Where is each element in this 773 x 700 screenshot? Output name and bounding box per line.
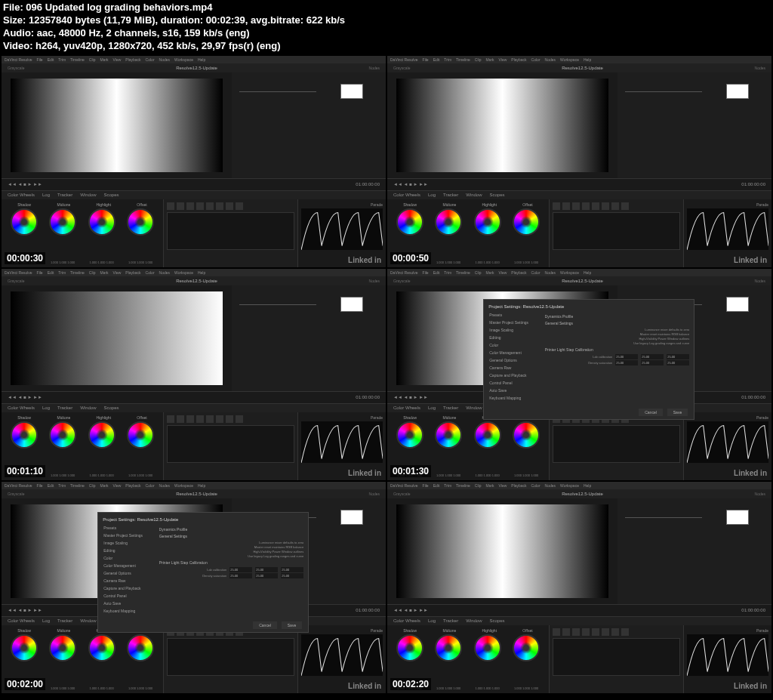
scope-type[interactable]: Parade (687, 628, 768, 633)
menu-item[interactable]: Mark (485, 483, 494, 488)
tool-icon[interactable] (206, 202, 214, 210)
tool-icon[interactable] (582, 202, 590, 210)
menu-item[interactable]: Timeline (70, 57, 85, 62)
dialog-sidebar-item[interactable]: Color (488, 342, 538, 348)
curves-editor[interactable] (167, 425, 294, 463)
menu-item[interactable]: Clip (475, 57, 482, 62)
color-wheel[interactable] (11, 208, 38, 236)
tool-icon[interactable] (602, 202, 609, 210)
node-editor[interactable] (617, 498, 771, 604)
dialog-sidebar-item[interactable]: Control Panel (488, 380, 538, 386)
menu-item[interactable]: Trim (444, 483, 451, 488)
nodes-label[interactable]: Nodes (755, 66, 765, 70)
menu-item[interactable]: Playback (511, 270, 526, 275)
menu-item[interactable]: Nodes (545, 483, 556, 488)
menu-item[interactable]: View (113, 270, 122, 275)
color-node[interactable] (726, 84, 749, 99)
playback-controls[interactable]: ◄◄ ◄ ■ ► ►► (393, 395, 428, 399)
menu-item[interactable]: Clip (475, 483, 482, 488)
menu-item[interactable]: File (423, 483, 429, 488)
panel-tab[interactable]: Scopes (490, 193, 505, 197)
tool-icon[interactable] (186, 415, 194, 423)
panel-tab[interactable]: Log (428, 406, 436, 410)
color-wheel[interactable] (435, 421, 462, 449)
menu-item[interactable]: Mark (100, 483, 108, 488)
tool-icon[interactable] (592, 202, 599, 210)
panel-tab[interactable]: Tracker (443, 618, 458, 623)
tool-icon[interactable] (167, 415, 174, 423)
panel-tab[interactable]: Color Wheels (393, 193, 420, 197)
panel-tab[interactable]: Color Wheels (8, 193, 35, 197)
dialog-sidebar-item[interactable]: Color Management (488, 350, 538, 356)
color-wheel[interactable] (513, 634, 540, 661)
color-wheel[interactable] (396, 208, 423, 236)
tool-icon[interactable] (236, 202, 243, 210)
color-wheel[interactable] (88, 634, 115, 661)
menu-item[interactable]: Edit (48, 57, 54, 62)
node-editor[interactable] (617, 72, 771, 178)
dialog-sidebar-item[interactable]: Presets (488, 312, 538, 318)
panel-tab[interactable]: Log (42, 406, 50, 410)
dialog-sidebar-item[interactable]: Color Management (103, 563, 152, 569)
menu-item[interactable]: Timeline (70, 270, 85, 275)
menu-item[interactable]: Color (146, 270, 155, 275)
panel-tab[interactable]: Color Wheels (393, 618, 420, 623)
tool-icon[interactable] (572, 202, 580, 210)
curves-editor[interactable] (167, 212, 294, 250)
tool-icon[interactable] (196, 202, 204, 210)
scope-type[interactable]: Parade (687, 202, 768, 207)
menu-item[interactable]: Playback (125, 483, 140, 488)
tool-icon[interactable] (186, 202, 194, 210)
panel-tab[interactable]: Scopes (104, 193, 119, 197)
menu-item[interactable]: View (499, 270, 507, 275)
menu-item[interactable]: Edit (48, 483, 54, 488)
menu-item[interactable]: Workspace (174, 270, 193, 275)
tool-icon[interactable] (236, 415, 243, 423)
dialog-sidebar-item[interactable]: Editing (103, 547, 152, 554)
dialog-sidebar-item[interactable]: Control Panel (103, 593, 152, 599)
viewer-panel[interactable] (2, 72, 232, 178)
menu-item[interactable]: View (113, 483, 122, 488)
dialog-sidebar-item[interactable]: Auto Save (103, 600, 152, 606)
nodes-label[interactable]: Nodes (755, 279, 765, 283)
tool-icon[interactable] (562, 202, 570, 210)
color-node[interactable] (340, 297, 363, 312)
color-wheel[interactable] (435, 634, 462, 661)
dialog-sidebar-item[interactable]: Image Scaling (488, 327, 538, 333)
menu-item[interactable]: Playback (511, 57, 526, 62)
curves-editor[interactable] (553, 212, 680, 250)
panel-tab[interactable]: Window (466, 193, 482, 197)
menu-item[interactable]: Trim (58, 483, 66, 488)
color-wheel[interactable] (49, 634, 76, 661)
scope-type[interactable]: Parade (687, 415, 768, 420)
timeline-bar[interactable]: ◄◄ ◄ ■ ► ►► 01:00:00:00 (2, 391, 386, 403)
panel-tab[interactable]: Window (80, 618, 96, 623)
menu-item[interactable]: Workspace (174, 57, 193, 62)
color-wheel[interactable] (11, 421, 38, 449)
viewer-panel[interactable] (2, 285, 232, 391)
dialog-sidebar-item[interactable]: Camera Raw (488, 365, 538, 371)
tool-icon[interactable] (562, 628, 570, 636)
curves-editor[interactable] (167, 638, 294, 676)
color-wheel[interactable] (396, 634, 423, 661)
dialog-sidebar-item[interactable]: Master Project Settings (103, 532, 152, 538)
tool-icon[interactable] (226, 202, 233, 210)
nodes-label[interactable]: Nodes (369, 279, 380, 283)
menu-item[interactable]: Mark (485, 57, 494, 62)
tool-icon[interactable] (611, 202, 619, 210)
menu-item[interactable]: Workspace (560, 270, 579, 275)
tool-icon[interactable] (621, 628, 629, 636)
panel-tab[interactable]: Color Wheels (393, 406, 420, 410)
color-wheel[interactable] (474, 208, 501, 236)
menu-item[interactable]: Color (531, 270, 540, 275)
tool-icon[interactable] (592, 628, 599, 636)
menu-item[interactable]: Playback (511, 483, 526, 488)
menu-item[interactable]: Timeline (456, 57, 470, 62)
playback-controls[interactable]: ◄◄ ◄ ■ ► ►► (8, 395, 42, 399)
menu-item[interactable]: Edit (433, 270, 440, 275)
tool-icon[interactable] (553, 628, 560, 636)
panel-tab[interactable]: Window (80, 406, 96, 410)
playback-controls[interactable]: ◄◄ ◄ ■ ► ►► (393, 182, 428, 187)
menu-item[interactable]: File (37, 483, 43, 488)
menu-item[interactable]: Timeline (456, 483, 470, 488)
